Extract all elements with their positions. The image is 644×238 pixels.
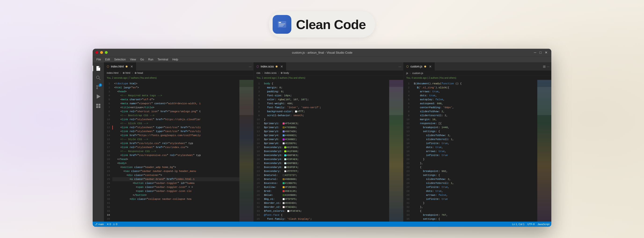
warning-count[interactable]: ⚠ 0 (113, 223, 117, 226)
editor-panels: ⬡ index.html ✕ ··· index.html › ⊕ html ›… (104, 62, 551, 221)
breadcrumb-js: js › custom.js (406, 72, 423, 75)
vscode-window: custom.js - artixun_final - Visual Studi… (93, 49, 551, 227)
tab-js-modified (424, 66, 426, 68)
title-controls: ─ □ ✕ (533, 50, 548, 55)
tab-scss-modified (276, 66, 278, 68)
svg-rect-12 (98, 104, 100, 106)
minimize-button[interactable] (100, 51, 103, 54)
explorer-icon[interactable] (94, 64, 102, 73)
menu-run[interactable]: Run (146, 57, 155, 62)
logo-badge: Clean Code (269, 11, 375, 38)
app-icon (272, 15, 291, 34)
scss-breadcrumb: css › index.scss › ⊕ body (254, 71, 403, 76)
split-right-icon[interactable]: ⊞ (543, 65, 546, 68)
js-code-area[interactable]: 1 2 3 4 5 6 7 8 9 10 11 12 13 14 (404, 80, 551, 221)
tab-more-scss[interactable]: ··· (397, 62, 403, 71)
error-count[interactable]: ✕ 0 (107, 223, 111, 226)
menu-file[interactable]: File (94, 57, 103, 62)
js-minimap (537, 80, 551, 221)
js-panel: ⬡ custom.js ✕ ⊞ ··· js › custom.js You, … (404, 62, 551, 221)
svg-rect-1 (279, 22, 281, 23)
html-code-area[interactable]: 1 2 3 4 5 6 7 8 9 10 11 12 13 14 (104, 80, 254, 221)
source-control-icon[interactable]: 2 (94, 83, 102, 91)
svg-rect-4 (279, 26, 283, 27)
file-type: JavaScript (538, 223, 550, 225)
git-branch[interactable]: ⎇ main (94, 223, 104, 226)
cursor-position: Ln 1, Col 1 (512, 223, 524, 225)
window-title: custom.js - artixun_final - Visual Studi… (112, 51, 533, 54)
app-title: Clean Code (296, 17, 366, 32)
menu-go[interactable]: Go (138, 57, 146, 62)
svg-point-5 (96, 76, 99, 79)
js-tab-bar: ⬡ custom.js ✕ ⊞ ··· (404, 62, 551, 71)
run-icon[interactable] (94, 92, 102, 101)
js-code-content: $(document).ready(function () { $('.sl_z… (412, 80, 537, 221)
svg-rect-13 (96, 106, 98, 108)
svg-line-6 (99, 79, 100, 80)
svg-point-9 (97, 88, 98, 89)
close-icon[interactable]: ✕ (544, 50, 548, 55)
close-button[interactable] (96, 51, 98, 54)
status-bar: ⎇ main ✕ 0 ⚠ 0 Ln 1, Col 1 UTF-8 JavaScr… (93, 221, 551, 227)
html-file-info: You, 2 seconds ago | 7 authors (You and … (104, 76, 254, 80)
tab-close-html[interactable]: ✕ (130, 65, 133, 68)
maximize-button[interactable] (105, 51, 108, 54)
more-icon[interactable]: ··· (547, 65, 550, 68)
editor-main: 2 ⬡ (93, 62, 551, 221)
menu-edit[interactable]: Edit (103, 57, 112, 62)
svg-point-7 (97, 86, 98, 87)
search-icon[interactable] (94, 74, 102, 82)
html-panel: ⬡ index.html ✕ ··· index.html › ⊕ html ›… (104, 62, 254, 221)
minimize-icon[interactable]: ─ (533, 50, 537, 55)
html-breadcrumb: index.html › ⊕ html › ⊕ head (104, 71, 254, 76)
html-line-numbers: 1 2 3 4 5 6 7 8 9 10 11 12 13 14 (104, 80, 112, 221)
svg-rect-11 (96, 104, 98, 106)
html-minimap (240, 80, 254, 221)
tab-scss-label: index.scss (261, 65, 274, 68)
scss-line-numbers: 1 2 3 4 5 6 7 8 9 10 11 12 13 14 (254, 80, 262, 221)
svg-rect-2 (279, 24, 285, 24)
menu-terminal[interactable]: Terminal (156, 57, 170, 62)
scss-file-info: You, 1 second ago | 3 authors (You and o… (254, 76, 403, 80)
js-breadcrumb: js › custom.js (404, 71, 551, 76)
extensions-icon[interactable] (94, 102, 102, 110)
menu-help[interactable]: Help (170, 57, 180, 62)
svg-rect-14 (98, 106, 100, 108)
tab-html[interactable]: ⬡ index.html ✕ (104, 62, 136, 71)
tab-modified-indicator (126, 66, 128, 68)
tab-more-html[interactable]: ··· (247, 62, 254, 71)
restore-icon[interactable]: □ (539, 50, 542, 55)
title-bar: custom.js - artixun_final - Visual Studi… (93, 49, 551, 56)
svg-rect-3 (279, 25, 284, 25)
activity-bar: 2 (93, 62, 104, 221)
tab-close-js[interactable]: ✕ (429, 65, 432, 68)
menu-selection[interactable]: Selection (112, 57, 128, 62)
encoding: UTF-8 (527, 223, 534, 225)
menu-view[interactable]: View (128, 57, 138, 62)
menu-bar: File Edit Selection View Go Run Terminal… (93, 56, 551, 62)
scss-tab-bar: ⬡ index.scss ✕ ··· (254, 62, 403, 71)
scss-code-content: body { margin: 0; padding: 0; font-size:… (262, 80, 389, 221)
tab-close-scss[interactable]: ✕ (280, 65, 283, 68)
scss-minimap (389, 80, 403, 221)
breadcrumb-scss: css › index.scss › ⊕ body (256, 71, 289, 75)
js-line-numbers: 1 2 3 4 5 6 7 8 9 10 11 12 13 14 (404, 80, 412, 221)
svg-marker-10 (97, 95, 100, 98)
window-controls (96, 51, 108, 54)
scss-code-area[interactable]: 1 2 3 4 5 6 7 8 9 10 11 12 13 14 (254, 80, 403, 221)
tab-scss[interactable]: ⬡ index.scss ✕ (254, 62, 286, 71)
html-code-content: <!doctype html> <html lang="en"> <head> … (112, 80, 240, 221)
tab-html-label: index.html (111, 65, 124, 68)
scss-panel: ⬡ index.scss ✕ ··· css › index.scss › ⊕ … (254, 62, 404, 221)
header-area: Clean Code (269, 0, 375, 38)
js-file-info: You, 4 seconds ago | 2 authors (You and … (404, 76, 551, 80)
html-tab-bar: ⬡ index.html ✕ ··· (104, 62, 254, 71)
tab-js-label: custom.js (410, 65, 422, 68)
tab-js[interactable]: ⬡ custom.js ✕ (404, 62, 435, 71)
breadcrumb-html: index.html › ⊕ html › ⊕ head (107, 71, 143, 75)
